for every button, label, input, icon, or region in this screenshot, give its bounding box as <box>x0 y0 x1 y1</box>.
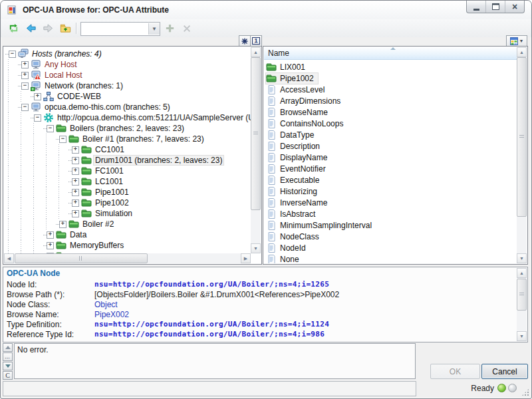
list-item-label: DisplayName <box>279 153 329 162</box>
list-item-content: AccessLevel <box>266 84 329 95</box>
expand-expander-icon[interactable]: + <box>72 200 79 207</box>
resize-grip-icon[interactable] <box>521 388 529 396</box>
tree-item[interactable]: +Boiler #2 <box>4 219 251 229</box>
delete-icon[interactable] <box>179 21 194 36</box>
tree-item[interactable]: +FC1001 <box>4 166 251 176</box>
list-item[interactable]: InverseName <box>264 197 517 208</box>
folder-icon <box>81 208 92 219</box>
tree-indent <box>4 70 18 80</box>
browse-path-combobox[interactable]: ▼ <box>80 22 160 36</box>
error-details-icon[interactable]: … <box>3 352 13 361</box>
tree-item[interactable]: +CODE-WEB <box>4 91 251 102</box>
dropdown-arrow-icon: ▼ <box>519 39 524 43</box>
status-field <box>3 381 416 396</box>
previous-error-icon[interactable] <box>3 343 13 352</box>
add-icon[interactable] <box>162 21 178 36</box>
cancel-button[interactable]: Cancel <box>481 364 528 379</box>
folder-icon <box>81 187 92 198</box>
folder-icon <box>56 229 66 240</box>
collapse-expander-icon[interactable]: − <box>9 51 16 58</box>
single-level-icon[interactable]: 1 <box>250 35 262 47</box>
list-item[interactable]: EventNotifier <box>264 163 517 174</box>
combobox-dropdown-icon[interactable]: ▼ <box>148 23 160 35</box>
tree-item[interactable]: +Pipe1002 <box>4 198 251 208</box>
tree-item-label: LC1001 <box>94 177 124 186</box>
tree-item[interactable]: +CC1001 <box>4 144 251 155</box>
tree-vertical-scrollbar[interactable]: ▲ ▼ <box>251 47 261 253</box>
next-error-icon[interactable] <box>3 362 13 370</box>
ok-button[interactable]: OK <box>430 364 480 379</box>
list-item[interactable]: NodeId <box>264 242 517 253</box>
expand-expander-icon[interactable]: + <box>59 221 66 228</box>
list-item[interactable]: None <box>264 253 517 263</box>
tree-item[interactable]: +Any Host <box>4 59 251 70</box>
list-item[interactable]: BrowseName <box>264 106 517 118</box>
minimize-icon[interactable] <box>467 1 486 13</box>
expand-expander-icon[interactable]: + <box>47 242 54 249</box>
tree-item[interactable]: +Data <box>4 229 251 240</box>
collapse-expander-icon[interactable]: − <box>47 125 54 132</box>
maximize-icon[interactable] <box>486 1 505 13</box>
list-item[interactable]: DataType <box>264 129 517 140</box>
error-message-box[interactable]: No error. <box>14 343 416 379</box>
list-item[interactable]: MinimumSamplingInterval <box>264 219 517 231</box>
list-item[interactable]: AccessLevel <box>264 84 517 95</box>
tree-item[interactable]: +MemoryBuffers <box>4 240 251 251</box>
expand-expander-icon[interactable]: + <box>72 157 79 164</box>
tree-item[interactable]: +Local Host <box>4 70 251 80</box>
collapse-expander-icon[interactable]: − <box>59 136 66 143</box>
list-item[interactable]: ArrayDimensions <box>264 95 517 106</box>
attr-icon <box>266 164 277 174</box>
collapse-expander-icon[interactable]: − <box>21 82 29 90</box>
back-icon[interactable] <box>23 21 39 36</box>
list-item-label: NodeId <box>279 243 307 253</box>
tree-horizontal-scrollbar[interactable]: ◀ ▶ <box>4 253 251 263</box>
expand-expander-icon[interactable]: + <box>72 210 79 217</box>
title-bar[interactable]: OPC-UA Browse for: OPC-UA Attribute × <box>1 1 531 19</box>
list-item[interactable]: DisplayName <box>264 152 517 163</box>
tree-item-label: Boilers (branches: 2, leaves: 23) <box>68 124 186 133</box>
list-item[interactable]: IsAbstract <box>264 208 517 219</box>
tree-item[interactable]: −Boilers (branches: 2, leaves: 23) <box>4 123 251 134</box>
tree-item[interactable]: −opcua.demo-this.com (branches: 5) <box>4 102 251 112</box>
tree-item[interactable]: +Drum1001 (branches: 2, leaves: 23) <box>4 155 251 166</box>
list-item[interactable]: Description <box>264 140 517 152</box>
copy-error-icon[interactable]: C <box>3 371 13 380</box>
expand-expander-icon[interactable]: + <box>72 168 79 175</box>
expand-expander-icon[interactable]: + <box>72 189 79 196</box>
collapse-expander-icon[interactable]: − <box>21 104 29 111</box>
tree-item[interactable]: +Pipe1001 <box>4 187 251 198</box>
opcua-browse-dialog: OPC-UA Browse for: OPC-UA Attribute × <box>0 0 532 399</box>
expand-expander-icon[interactable]: + <box>34 93 41 100</box>
view-mode-grid-icon[interactable]: ▼ <box>506 35 527 47</box>
list-vertical-scrollbar[interactable]: ▲ ▼ <box>517 47 527 263</box>
folder-icon <box>56 123 66 134</box>
up-folder-icon[interactable] <box>58 21 73 36</box>
list-item[interactable]: Historizing <box>264 186 517 197</box>
expand-expander-icon[interactable]: + <box>47 231 54 239</box>
list-column-header[interactable]: Name <box>264 47 517 60</box>
details-vertical-scrollbar[interactable]: ▲ ▼ <box>517 268 527 341</box>
expand-expander-icon[interactable]: + <box>72 178 79 186</box>
tree-item[interactable]: −Hosts (branches: 4) <box>4 49 251 59</box>
refresh-icon[interactable] <box>6 21 21 36</box>
forward-icon[interactable] <box>41 21 56 36</box>
tree-item[interactable]: −http://opcua.demo-this.com:51211/UA/Sam… <box>4 112 251 123</box>
tree-item[interactable]: +Simulation <box>4 208 251 219</box>
tree-item[interactable]: −Network (branches: 1) <box>4 80 251 91</box>
collapse-all-icon[interactable] <box>239 35 251 47</box>
expand-expander-icon[interactable]: + <box>21 61 29 68</box>
folder-icon <box>81 155 92 166</box>
details-value: [ObjectsFolder]/Boilers.Boiler &#1.DrumX… <box>94 290 339 299</box>
tree-item[interactable]: −Boiler #1 (branches: 7, leaves: 23) <box>4 134 251 144</box>
expand-expander-icon[interactable]: + <box>21 72 29 79</box>
expand-expander-icon[interactable]: + <box>72 146 79 154</box>
tree-item[interactable]: +LC1001 <box>4 176 251 187</box>
list-item[interactable]: Executable <box>264 174 517 186</box>
list-item[interactable]: NodeClass <box>264 231 517 242</box>
list-item[interactable]: ContainsNoLoops <box>264 118 517 129</box>
collapse-expander-icon[interactable]: − <box>34 114 41 122</box>
close-icon[interactable]: × <box>505 1 524 13</box>
list-item[interactable]: Pipe1002 <box>264 72 517 84</box>
list-item[interactable]: LIX001 <box>264 61 517 72</box>
